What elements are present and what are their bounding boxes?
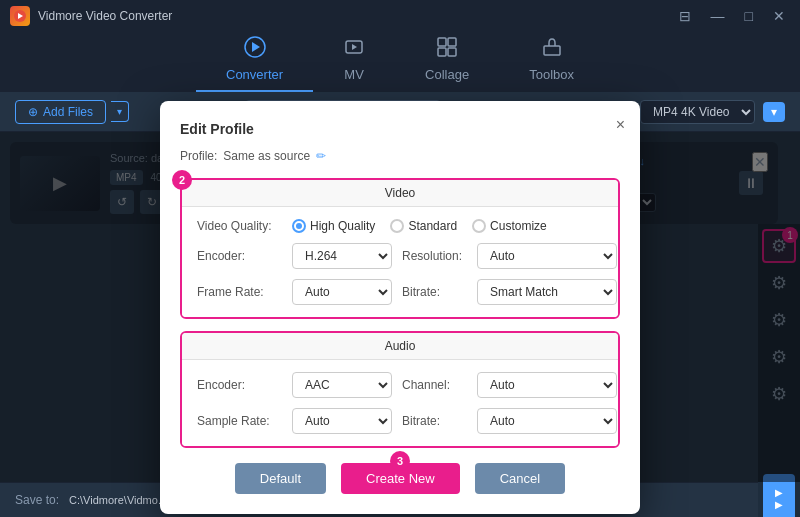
channel-select[interactable]: Auto <box>477 372 617 398</box>
toolbar-left: ⊕ Add Files ▾ <box>15 100 129 124</box>
format-select[interactable]: MP4 4K Video <box>640 100 755 124</box>
convert-arrow-btn[interactable]: ▾ <box>763 102 785 122</box>
sample-rate-select[interactable]: Auto <box>292 408 392 434</box>
nav-tabs: Converter MV Collage Toolb <box>0 32 800 92</box>
app-logo <box>10 6 30 26</box>
encoder-label: Encoder: <box>197 249 282 263</box>
video-section: Video Video Quality: High Quality <box>180 178 620 319</box>
radio-customize-dot <box>472 219 486 233</box>
tab-converter[interactable]: Converter <box>196 28 313 92</box>
framerate-row: Frame Rate: Auto Bitrate: Smart Match <box>197 279 603 305</box>
modal-footer: 3 Default Create New Cancel <box>180 463 620 494</box>
audio-section: Audio Encoder: AAC Channel: <box>180 331 620 448</box>
audio-encoder-row: Encoder: AAC Channel: Auto <box>197 372 603 398</box>
quality-high[interactable]: High Quality <box>292 219 375 233</box>
profile-label: Profile: <box>180 149 217 163</box>
title-bar-controls: ⊟ — □ ✕ <box>674 6 790 26</box>
tab-toolbox-label: Toolbox <box>529 67 574 82</box>
bitrate-select[interactable]: Smart Match <box>477 279 617 305</box>
minimize-btn[interactable]: — <box>706 6 730 26</box>
framerate-label: Frame Rate: <box>197 285 282 299</box>
add-files-dropdown[interactable]: ▾ <box>111 101 129 122</box>
audio-section-body: Encoder: AAC Channel: Auto <box>182 360 618 446</box>
resolution-label: Resolution: <box>402 249 467 263</box>
audio-encoder-value-wrap: AAC <box>292 372 392 398</box>
quality-row: Video Quality: High Quality Standard <box>197 219 603 233</box>
title-bar-left: Vidmore Video Converter <box>10 6 172 26</box>
svg-rect-7 <box>438 48 446 56</box>
tab-collage[interactable]: Collage <box>395 28 499 92</box>
bitrate-value-wrap: Smart Match <box>477 279 617 305</box>
save-to-label: Save to: <box>15 493 59 507</box>
modal-overlay: Edit Profile × Profile: Same as source ✏… <box>0 132 800 482</box>
resolution-value-wrap: Auto <box>477 243 617 269</box>
audio-bitrate-value-wrap: Auto <box>477 408 617 434</box>
quality-label: Video Quality: <box>197 219 282 233</box>
add-files-button[interactable]: ⊕ Add Files <box>15 100 106 124</box>
quality-radio-group: High Quality Standard Customize <box>292 219 603 233</box>
video-section-body: Video Quality: High Quality Standard <box>182 207 618 317</box>
radio-high-dot <box>292 219 306 233</box>
mv-icon <box>343 36 365 63</box>
resolution-select[interactable]: Auto <box>477 243 617 269</box>
audio-encoder-select[interactable]: AAC <box>292 372 392 398</box>
radio-standard-dot <box>390 219 404 233</box>
quality-standard-label: Standard <box>408 219 457 233</box>
audio-bitrate-select[interactable]: Auto <box>477 408 617 434</box>
video-section-header: Video <box>182 180 618 207</box>
close-btn[interactable]: ✕ <box>768 6 790 26</box>
bitrate-label: Bitrate: <box>402 285 467 299</box>
audio-encoder-label: Encoder: <box>197 378 282 392</box>
edit-profile-modal: Edit Profile × Profile: Same as source ✏… <box>160 101 640 514</box>
quality-customize[interactable]: Customize <box>472 219 547 233</box>
svg-marker-3 <box>252 42 260 52</box>
modal-profile-row: Profile: Same as source ✏ <box>180 149 620 163</box>
framerate-select[interactable]: Auto <box>292 279 392 305</box>
app-title: Vidmore Video Converter <box>38 9 172 23</box>
svg-rect-8 <box>448 48 456 56</box>
converter-icon <box>244 36 266 63</box>
channel-label: Channel: <box>402 378 467 392</box>
audio-bitrate-label: Bitrate: <box>402 414 467 428</box>
tab-mv[interactable]: MV <box>313 28 395 92</box>
quality-standard[interactable]: Standard <box>390 219 457 233</box>
svg-rect-5 <box>438 38 446 46</box>
sample-rate-value-wrap: Auto <box>292 408 392 434</box>
maximize-btn[interactable]: □ <box>740 6 758 26</box>
encoder-value-wrap: H.264 <box>292 243 392 269</box>
step-3-badge: 3 <box>390 451 410 471</box>
add-icon: ⊕ <box>28 105 38 119</box>
add-files-label: Add Files <box>43 105 93 119</box>
profile-edit-icon[interactable]: ✏ <box>316 149 326 163</box>
step-2-badge: 2 <box>172 170 192 190</box>
window-menu-btn[interactable]: ⊟ <box>674 6 696 26</box>
tab-mv-label: MV <box>344 67 364 82</box>
sample-rate-row: Sample Rate: Auto Bitrate: Auto <box>197 408 603 434</box>
quality-customize-label: Customize <box>490 219 547 233</box>
svg-rect-9 <box>544 46 560 55</box>
sample-rate-label: Sample Rate: <box>197 414 282 428</box>
modal-title: Edit Profile <box>180 121 620 137</box>
profile-value: Same as source <box>223 149 310 163</box>
collage-icon <box>436 36 458 63</box>
toolbox-icon <box>541 36 563 63</box>
framerate-value-wrap: Auto <box>292 279 392 305</box>
default-btn[interactable]: Default <box>235 463 326 494</box>
quality-high-label: High Quality <box>310 219 375 233</box>
encoder-row: Encoder: H.264 Resolution: Auto <box>197 243 603 269</box>
tab-collage-label: Collage <box>425 67 469 82</box>
tab-converter-label: Converter <box>226 67 283 82</box>
cancel-btn[interactable]: Cancel <box>475 463 565 494</box>
encoder-select[interactable]: H.264 <box>292 243 392 269</box>
audio-section-header: Audio <box>182 333 618 360</box>
channel-value-wrap: Auto <box>477 372 617 398</box>
modal-close-btn[interactable]: × <box>616 116 625 134</box>
svg-rect-6 <box>448 38 456 46</box>
tab-toolbox[interactable]: Toolbox <box>499 28 604 92</box>
